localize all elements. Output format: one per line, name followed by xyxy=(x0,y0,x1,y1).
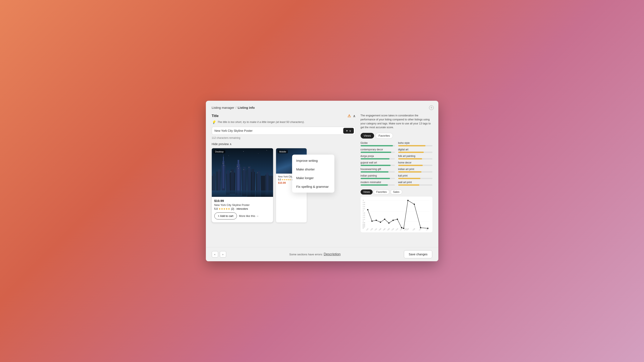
desktop-preview-card: Desktop $10.99 New York City Skyline Pos… xyxy=(212,148,273,222)
description-link[interactable]: Description xyxy=(324,252,340,256)
chart-area: 3 2.8 2.6 2.4 2.2 2 1.8 1.6 1.4 1.2 1 0.… xyxy=(360,197,432,232)
tag-row: indian art print xyxy=(398,168,432,173)
svg-rect-38 xyxy=(244,169,244,170)
prev-arrow[interactable]: ‹ xyxy=(212,251,218,258)
tag-row: contemporary decor xyxy=(360,148,395,153)
desktop-card-price: $10.99 xyxy=(214,199,270,203)
tag-bar-fill xyxy=(360,178,390,179)
right-panel: The engagement score takes in considerat… xyxy=(360,114,432,232)
tag-bar-fill xyxy=(398,158,422,159)
tag-label: gujarat wall art xyxy=(360,161,395,164)
svg-text:2: 2 xyxy=(363,210,364,212)
more-like-button[interactable]: More like this → xyxy=(239,214,259,218)
tag-row: Giclée xyxy=(360,141,395,146)
chart-tab-sales[interactable]: Sales xyxy=(390,189,402,195)
title-section-header: Title ⚠ ∧ xyxy=(212,114,356,118)
tag-bar-fill xyxy=(360,165,391,166)
bottom-bar: ‹ › Some sections have errors: Descripti… xyxy=(206,247,438,261)
warning-text: The title is too short, try to make it a… xyxy=(218,120,305,124)
desktop-card-image xyxy=(212,148,273,197)
desktop-card-rating: 5.0 ★★★★★ (2) · inkncolors xyxy=(214,207,270,210)
main-window: Listing manager / Listing info ? Title ⚠… xyxy=(206,101,438,261)
tag-label: boho style xyxy=(398,141,432,144)
tag-label: folk art painting xyxy=(398,155,432,158)
dropdown-item-make-longer[interactable]: Make longer xyxy=(292,174,334,182)
tab-views[interactable]: Views xyxy=(360,133,374,139)
svg-point-3 xyxy=(243,151,244,152)
svg-point-2 xyxy=(228,155,229,156)
add-to-cart-button[interactable]: + Add to cart xyxy=(214,212,237,219)
left-panel: Title ⚠ ∧ 💡 The title is too short, try … xyxy=(212,114,356,232)
mobile-label: Mobile xyxy=(278,150,288,153)
tag-row: durga pooja xyxy=(360,155,395,159)
svg-rect-36 xyxy=(237,166,238,167)
svg-point-68 xyxy=(392,220,394,221)
dropdown-item-fix-spelling[interactable]: Fix spelling & grammar xyxy=(292,182,334,191)
views-chart: 3 2.8 2.6 2.4 2.2 2 1.8 1.6 1.4 1.2 1 0.… xyxy=(362,199,430,230)
next-arrow[interactable]: › xyxy=(220,251,226,258)
seller-name: inkncolors xyxy=(236,207,248,210)
help-icon[interactable]: ? xyxy=(429,105,434,110)
svg-point-73 xyxy=(414,204,415,205)
svg-rect-12 xyxy=(223,157,224,188)
tag-bar-bg xyxy=(360,152,395,153)
tag-bar-fill xyxy=(398,165,423,166)
preview-toggle[interactable]: Hide preview ∧ xyxy=(212,142,356,146)
title-input[interactable] xyxy=(212,127,356,135)
svg-text:01/31: 01/31 xyxy=(374,228,377,230)
tag-label: contemporary decor xyxy=(360,148,395,151)
tag-row: indian painting xyxy=(360,174,395,179)
error-message: Some sections have errors: Description xyxy=(289,252,341,256)
svg-text:02/08: 02/08 xyxy=(386,228,390,230)
ai-button[interactable]: ✦ ∨ xyxy=(343,128,354,134)
svg-point-4 xyxy=(258,153,258,154)
svg-rect-34 xyxy=(223,163,223,163)
tag-bar-fill xyxy=(360,184,388,186)
desktop-label: Desktop xyxy=(214,150,225,153)
svg-text:2.4: 2.4 xyxy=(363,206,365,208)
tag-row: folk art painting xyxy=(398,155,432,159)
svg-rect-41 xyxy=(258,173,258,173)
tag-label: wall art print xyxy=(398,181,432,184)
desktop-card-info: $10.99 New York City Skyline Poster 5.0 … xyxy=(212,197,273,222)
tag-bar-bg xyxy=(398,171,432,173)
tag-bar-fill xyxy=(398,178,420,179)
svg-point-5 xyxy=(266,150,267,151)
svg-rect-7 xyxy=(213,174,215,191)
engagement-text: The engagement score takes in considerat… xyxy=(360,114,432,129)
review-count: (2) xyxy=(231,207,234,210)
svg-rect-33 xyxy=(212,191,273,197)
svg-rect-37 xyxy=(238,168,238,169)
tab-favorites[interactable]: Favorites xyxy=(375,133,393,139)
tag-bar-fill xyxy=(398,171,422,173)
tag-bar-bg xyxy=(360,158,395,159)
svg-point-64 xyxy=(376,220,377,221)
svg-text:02/10: 02/10 xyxy=(390,228,394,230)
svg-point-67 xyxy=(388,222,390,224)
preview-area: Desktop $10.99 New York City Skyline Pos… xyxy=(212,148,356,222)
chevron-up-icon[interactable]: ∧ xyxy=(353,114,356,118)
tag-row: boho style xyxy=(398,141,432,146)
svg-rect-17 xyxy=(231,169,234,194)
dropdown-item-make-shorter[interactable]: Make shorter xyxy=(292,165,334,174)
tag-bar-fill xyxy=(360,158,390,159)
tag-label: housewarming gift xyxy=(360,168,395,171)
chart-tab-favorites[interactable]: Favorites xyxy=(374,189,389,195)
ai-dropdown-menu: Improve writing Make shorter Make longer… xyxy=(292,155,334,193)
tag-label: kali print xyxy=(398,174,432,177)
svg-text:02/06: 02/06 xyxy=(382,228,386,230)
tags-grid: Giclée boho style contemporary decor dig… xyxy=(360,141,432,186)
save-changes-button[interactable]: Save changes xyxy=(404,250,432,258)
tag-label: Giclée xyxy=(360,141,395,144)
error-text: Some sections have errors: xyxy=(289,253,323,256)
svg-point-62 xyxy=(367,209,368,210)
views-favorites-tabs: Views Favorites xyxy=(360,133,432,139)
dropdown-item-improve-writing[interactable]: Improve writing xyxy=(292,156,334,165)
tag-bar-bg xyxy=(360,184,395,186)
tag-bar-fill xyxy=(360,152,392,153)
tag-row: digital art xyxy=(398,148,432,153)
lightbulb-icon: 💡 xyxy=(212,120,216,124)
chart-tab-views[interactable]: Views xyxy=(360,189,373,195)
tag-bar-bg xyxy=(398,158,432,159)
tag-label: home decor xyxy=(398,161,432,164)
